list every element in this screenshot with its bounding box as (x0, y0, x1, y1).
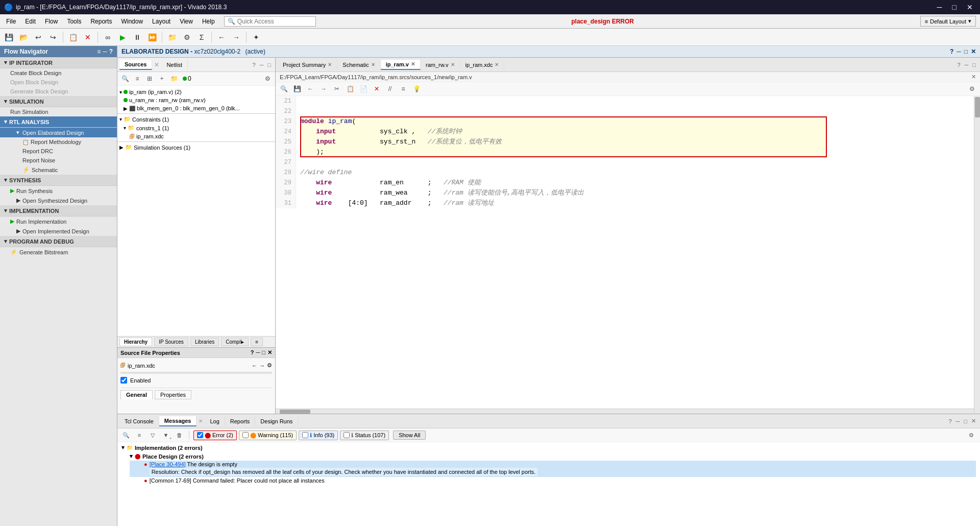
undo-button[interactable]: ↩ (32, 31, 45, 44)
ed-copy[interactable]: 📋 (344, 83, 356, 94)
tab-schematic[interactable]: Schematic ✕ (337, 60, 380, 69)
ed-uncomment[interactable]: ≡ (397, 83, 409, 94)
menu-tools[interactable]: Tools (63, 16, 85, 27)
folder-button[interactable]: 📁 (165, 31, 179, 44)
quick-access-input[interactable] (237, 18, 309, 25)
props-tab-general[interactable]: General (120, 390, 153, 399)
ed-paste[interactable]: 📄 (357, 83, 370, 94)
arrow-left-icon[interactable]: ← (252, 363, 257, 369)
quick-access-area[interactable]: 🔍 (224, 16, 316, 27)
tab-ip-ram-v[interactable]: ip_ram.v ✕ (381, 60, 421, 70)
bot-help[interactable]: ? (946, 418, 953, 424)
flow-nav-help[interactable]: ? (109, 48, 113, 55)
nav-section-title-rtl[interactable]: ▾ RTL ANALYSIS (0, 116, 117, 128)
sources-expand[interactable]: ⊞ (144, 73, 155, 84)
ed-cut[interactable]: ✂ (331, 83, 343, 94)
nav-section-title-impl[interactable]: ▾ IMPLEMENTATION (0, 205, 117, 217)
loop-button[interactable]: ∞ (101, 31, 114, 44)
close-proj-sum[interactable]: ✕ (328, 62, 332, 67)
msg-search[interactable]: 🔍 (120, 429, 132, 441)
ed-settings-icon[interactable]: ⚙ (966, 83, 978, 94)
nav-section-title-ip[interactable]: ▾ IP INTEGRATOR (0, 57, 117, 68)
code-hscrollbar[interactable] (276, 409, 974, 414)
arrow-right-icon[interactable]: → (259, 363, 265, 369)
msg-collapse[interactable]: ≡ (134, 429, 145, 441)
ed-search[interactable]: 🔍 (278, 83, 290, 94)
btab-more[interactable]: ≡ (251, 338, 263, 346)
ed-max[interactable]: □ (970, 62, 978, 68)
menu-layout[interactable]: Layout (148, 16, 175, 27)
btab-libraries[interactable]: Libraries (190, 338, 219, 346)
next-button[interactable]: → (230, 31, 243, 44)
msg-settings[interactable]: ⚙ (966, 429, 977, 441)
nav-item-open-elaborated[interactable]: ▾ Open Elaborated Design (0, 128, 117, 137)
nav-item-report-methodology[interactable]: 📋 Report Methodology (0, 137, 117, 147)
sigma-button[interactable]: Σ (195, 31, 208, 44)
sources-settings[interactable]: ⚙ (262, 73, 273, 84)
maximize-button[interactable]: □ (949, 2, 960, 12)
close-path-icon[interactable]: ✕ (971, 74, 976, 80)
delete-button[interactable]: ✕ (81, 31, 94, 44)
close-button[interactable]: ✕ (964, 2, 976, 12)
redo-button[interactable]: ↪ (46, 31, 60, 44)
help-icon[interactable]: ? (950, 48, 953, 55)
tree-item-u-ram-rw[interactable]: u_ram_rw : ram_rw (ram_rw.v) (117, 96, 275, 104)
ed-comment[interactable]: // (384, 83, 396, 94)
tree-item-constraints[interactable]: ▾ 📁 Constraints (1) (117, 115, 275, 124)
src-props-close[interactable]: ✕ (267, 349, 272, 356)
nav-item-report-drc[interactable]: Report DRC (0, 147, 117, 156)
tree-item-ip-ram[interactable]: ▾ ip_ram (ip_ram.v) (2) (117, 88, 275, 96)
ed-save[interactable]: 💾 (291, 83, 303, 94)
msg-clear[interactable]: 🗑 (174, 429, 185, 441)
pause-button[interactable]: ⏸ (131, 31, 144, 44)
ed-indent[interactable]: 💡 (410, 83, 423, 94)
ed-back[interactable]: ← (304, 83, 316, 94)
tree-item-xdc[interactable]: 🗐 ip_ram.xdc (117, 132, 275, 140)
save-button[interactable]: 💾 (2, 31, 15, 44)
close-ram-rw[interactable]: ✕ (451, 62, 455, 67)
nav-item-generate-bitstream[interactable]: ⚡ Generate Bitstream (0, 247, 117, 257)
src-props-help[interactable]: ? (251, 349, 254, 356)
code-editor[interactable]: 21 22 23 module ip_ram( (276, 96, 980, 414)
enabled-checkbox[interactable] (120, 377, 127, 384)
tab-tcl-console[interactable]: Tcl Console (119, 417, 159, 426)
msg-section-header-impl[interactable]: ▾ 📁 Implementation (2 errors) (121, 443, 976, 452)
msg-row-place-494[interactable]: ● [Place 30-494] The design is empty Res… (130, 461, 976, 477)
elab-minimize[interactable]: ─ (957, 48, 961, 55)
sources-add[interactable]: + (156, 73, 167, 84)
msg-tab-close[interactable]: ✕ (197, 418, 205, 424)
step-button[interactable]: ⏩ (145, 31, 159, 44)
msg-row-common-17[interactable]: ● [Common 17-69] Command failed: Placer … (130, 477, 976, 484)
msg-filter-options[interactable]: ▽ (147, 429, 158, 441)
bot-close[interactable]: ✕ (969, 418, 978, 424)
code-vscroll-thumb[interactable] (975, 97, 980, 117)
tree-item-simulation[interactable]: ▶ 📁 Simulation Sources (1) (117, 143, 275, 152)
btab-ip-sources[interactable]: IP Sources (154, 338, 188, 346)
tab-reports[interactable]: Reports (225, 417, 256, 426)
sources-min[interactable]: ─ (258, 62, 266, 68)
warning-checkbox[interactable] (242, 432, 249, 438)
menu-edit[interactable]: Edit (21, 16, 40, 27)
props-gear-icon[interactable]: ⚙ (267, 362, 272, 369)
flow-nav-minimize[interactable]: ─ (103, 48, 107, 55)
nav-item-report-noise[interactable]: Report Noise (0, 156, 117, 165)
nav-item-schematic-rtl[interactable]: ⚡ Schematic (0, 165, 117, 175)
tab-netlist[interactable]: Netlist (161, 60, 188, 69)
menu-reports[interactable]: Reports (86, 16, 116, 27)
ed-delete[interactable]: ✕ (371, 83, 383, 94)
tab-log[interactable]: Log (205, 417, 225, 426)
filter-info[interactable]: ℹ Info (93) (299, 431, 338, 440)
props-tab-properties[interactable]: Properties (155, 390, 191, 399)
nav-item-open-block-design[interactable]: Open Block Design (0, 78, 117, 87)
tree-item-constrs-1[interactable]: ▾ 📁 constrs_1 (1) (117, 124, 275, 132)
tab-ip-ram-xdc[interactable]: ip_ram.xdc ✕ (460, 60, 505, 69)
tree-item-blk-mem[interactable]: ▶ ⬛ blk_mem_gen_0 : blk_mem_gen_0 (blk..… (117, 104, 275, 112)
nav-item-open-synthesized[interactable]: ▶ Open Synthesized Design (0, 196, 117, 205)
window-controls[interactable]: ─ □ ✕ (934, 2, 976, 12)
minimize-button[interactable]: ─ (934, 2, 945, 12)
menu-help[interactable]: Help (198, 16, 219, 27)
nav-item-run-simulation[interactable]: Run Simulation (0, 107, 117, 116)
sources-folder[interactable]: 📁 (168, 73, 180, 84)
copy-button[interactable]: 📋 (66, 31, 80, 44)
flow-nav-pin[interactable]: ≡ (97, 48, 101, 55)
